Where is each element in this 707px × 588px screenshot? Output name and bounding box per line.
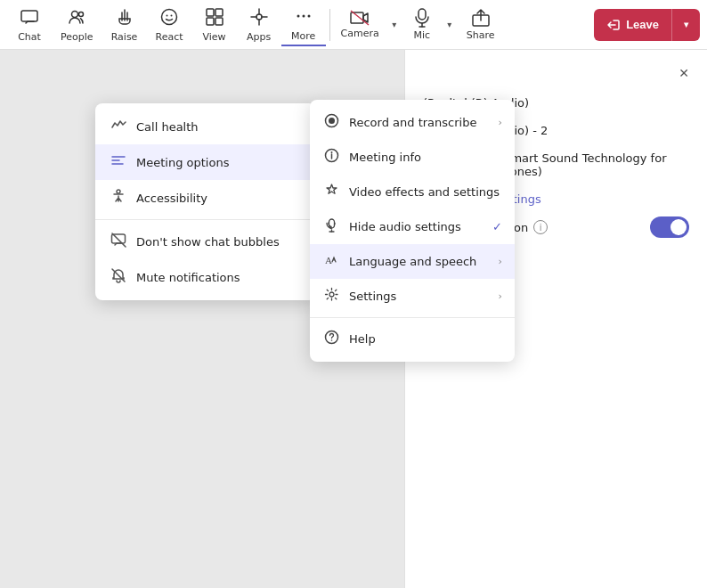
submenu-item-accessibility[interactable]: Accessibility [95,180,316,216]
svg-rect-9 [215,18,223,25]
raise-icon [115,7,134,29]
submenu-divider [95,219,316,220]
settings-icon [322,287,340,306]
share-label: Share [467,29,495,41]
dropdown-item-help[interactable]: Help [310,322,515,356]
mic-button[interactable]: Mic [402,4,442,46]
chat-icon [20,7,39,29]
camera-arrow-button[interactable]: ▾ [386,4,402,46]
accessibility-label: Accessibility [136,192,207,205]
accessibility-icon [110,188,127,208]
svg-point-34 [330,151,332,153]
video-effects-icon [322,183,340,201]
camera-label: Camera [341,28,379,39]
submenu-item-chat-bubbles[interactable]: Don't show chat bubbles [95,224,316,259]
people-label: People [61,31,93,43]
view-label: View [203,31,226,43]
svg-rect-8 [207,18,214,25]
chat-label: Chat [18,31,41,43]
toolbar-item-share[interactable]: Share [458,4,504,46]
svg-point-1 [72,11,78,17]
svg-point-39 [329,292,334,297]
svg-text:A: A [325,255,332,265]
apps-icon [249,7,269,29]
apps-label: Apps [247,31,271,43]
language-arrow: › [499,256,502,267]
svg-point-3 [162,9,177,24]
call-health-label: Call health [136,120,199,134]
dropdown-divider [310,317,515,318]
help-icon [322,330,340,348]
dropdown-item-hide-audio[interactable]: Hide audio settings ✓ [310,209,515,244]
meeting-options-label: Meeting options [136,156,229,169]
svg-rect-19 [419,9,426,20]
language-icon: A [322,252,340,271]
toolbar-item-chat[interactable]: Chat [7,4,52,46]
audio-panel-close-button[interactable]: ✕ [671,61,696,86]
svg-point-17 [307,14,310,17]
react-icon [159,7,179,29]
dropdown-item-settings[interactable]: Settings › [310,279,515,314]
toolbar-item-people[interactable]: People [52,4,102,46]
main-content: ✕ (Realtek(R) Audio) (Realtek(R) Audio) … [0,50,707,588]
video-effects-label: Video effects and settings [349,185,500,199]
svg-point-26 [117,190,120,193]
dropdown-item-language[interactable]: A Language and speech › [310,244,515,279]
meeting-info-icon [322,148,340,167]
toolbar-item-raise[interactable]: Raise [102,4,147,46]
view-icon [205,7,224,29]
call-health-icon [110,117,127,136]
mic-arrow-button[interactable]: ▾ [442,4,458,46]
svg-point-41 [330,339,332,341]
leave-arrow-button[interactable]: ▾ [671,9,700,41]
chat-bubbles-label: Don't show chat bubbles [136,235,280,249]
svg-point-4 [167,14,168,16]
toolbar-divider [329,9,330,41]
chat-bubbles-icon [110,232,127,251]
meeting-options-icon [110,152,127,172]
meeting-info-label: Meeting info [349,151,421,164]
dropdown-item-record[interactable]: Record and transcribe › [310,105,515,140]
more-icon [294,6,313,29]
more-dropdown: Record and transcribe › Meeting info Vid… [310,100,515,362]
more-label: More [291,30,315,42]
dropdown-item-video-effects[interactable]: Video effects and settings [310,175,515,209]
noise-info-icon[interactable]: i [533,220,548,234]
svg-point-5 [171,14,173,16]
hide-audio-check: ✓ [492,220,502,233]
mute-notifs-icon [110,267,127,287]
noise-suppression-toggle[interactable] [650,216,689,238]
svg-rect-6 [207,9,214,16]
svg-rect-0 [21,11,37,21]
leave-button[interactable]: Leave ▾ [594,9,700,41]
hide-audio-icon [322,217,340,236]
people-icon [67,7,86,29]
svg-point-31 [329,118,335,124]
raise-label: Raise [111,31,138,43]
toolbar: Chat People Raise React View Apps [0,0,707,50]
svg-point-10 [256,14,262,20]
hide-audio-label: Hide audio settings [349,220,461,233]
svg-line-28 [112,233,126,247]
submenu-item-meeting-options[interactable]: Meeting options [95,144,316,180]
submenu-left: Call health Meeting options Accessibilit… [95,103,316,300]
svg-rect-7 [215,9,223,16]
toolbar-item-apps[interactable]: Apps [237,4,281,46]
toolbar-item-react[interactable]: React [147,4,192,46]
leave-label: Leave [626,18,659,31]
svg-point-15 [297,14,299,17]
camera-split: Camera ▾ [334,4,402,46]
camera-button[interactable]: Camera [334,4,386,46]
settings-arrow: › [499,290,502,302]
submenu-item-mute-notifs[interactable]: Mute notifications [95,259,316,295]
dropdown-item-meeting-info[interactable]: Meeting info [310,140,515,175]
toolbar-item-view[interactable]: View [192,4,237,46]
language-label: Language and speech [349,255,476,268]
help-label: Help [349,332,376,346]
mic-label: Mic [413,29,430,41]
record-icon [322,113,340,132]
record-arrow: › [499,117,502,128]
toolbar-item-more[interactable]: More [281,4,326,46]
submenu-item-call-health[interactable]: Call health [95,109,316,144]
svg-point-16 [302,14,305,17]
